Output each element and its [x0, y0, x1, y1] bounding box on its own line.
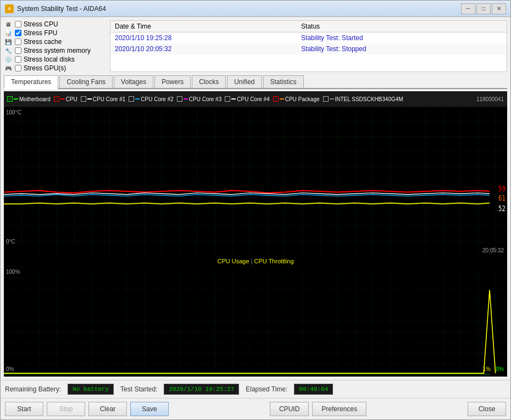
legend-core1-check: [81, 96, 86, 102]
cpu-reading-2: 0%: [496, 366, 504, 372]
stress-cpu-checkbox[interactable]: [15, 21, 21, 27]
legend-ssd-label: INTEL SSDSCKHB340G4M: [335, 96, 403, 102]
legend-core4-color: [231, 98, 236, 100]
cpu-y-min: 0%: [6, 366, 14, 372]
test-started-label: Test Started:: [120, 385, 157, 393]
legend-core3-label: CPU Core #3: [189, 96, 221, 102]
legend-core3: CPU Core #3: [177, 96, 221, 102]
chart-legend: ✓ Motherboard ✓ CPU CPU Core #1: [4, 91, 507, 107]
chart-area: ✓ Motherboard ✓ CPU CPU Core #1: [4, 91, 507, 377]
tab-temperatures[interactable]: Temperatures: [4, 75, 58, 89]
stress-cpu-label: Stress CPU: [24, 20, 58, 28]
main-window: A System Stability Test - AIDA64 ─ □ ✕ 🖥…: [0, 0, 511, 420]
cache-icon: 💾: [4, 38, 13, 46]
test-started-value: 2020/1/10 19:25:27: [164, 384, 239, 395]
stress-fpu-checkbox[interactable]: [15, 30, 21, 36]
legend-ssd: INTEL SSDSCKHB340G4M: [323, 96, 403, 102]
stress-cpu-item: 🖥 Stress CPU: [4, 20, 105, 28]
save-button[interactable]: Save: [130, 402, 169, 416]
legend-core2-check: [129, 96, 134, 102]
legend-cpu: ✓ CPU: [54, 96, 77, 102]
stress-gpu-checkbox[interactable]: [15, 65, 21, 71]
close-button[interactable]: Close: [468, 402, 506, 416]
log-col-status: Status: [297, 21, 507, 32]
log-time-2: 2020/1/10 20:05:32: [110, 43, 297, 54]
legend-cpu-check: ✓: [54, 96, 59, 102]
cpuid-button[interactable]: CPUID: [270, 402, 309, 416]
battery-value: No battery: [68, 384, 114, 395]
legend-core2: CPU Core #2: [129, 96, 173, 102]
stress-gpu-item: 🎮 Stress GPU(s): [4, 64, 105, 72]
status-bar: Remaining Battery: No battery Test Start…: [1, 380, 510, 398]
stop-button[interactable]: Stop: [47, 402, 85, 416]
memory-icon: 🔧: [4, 47, 13, 54]
cpu-throttle-title: CPU Throttling: [254, 258, 294, 264]
tab-clocks[interactable]: Clocks: [192, 75, 226, 88]
tab-statistics[interactable]: Statistics: [263, 75, 304, 88]
log-col-time: Date & Time: [110, 21, 297, 32]
x-axis-time: 20:05:32: [482, 247, 504, 253]
log-status-1: Stability Test: Started: [297, 32, 507, 44]
button-bar: Start Stop Clear Save CPUID Preferences …: [1, 398, 510, 419]
battery-label: Remaining Battery:: [5, 385, 61, 393]
elapsed-value: 00:40:04: [294, 384, 333, 395]
top-section: 🖥 Stress CPU 📊 Stress FPU 💾 Stress cache…: [4, 20, 507, 72]
elapsed-label: Elapsed Time:: [246, 385, 287, 393]
stress-memory-item: 🔧 Stress system memory: [4, 47, 105, 54]
legend-cpu-label: CPU: [66, 96, 77, 102]
stress-disks-checkbox[interactable]: [15, 56, 21, 63]
maximize-button[interactable]: □: [476, 3, 491, 14]
tab-unified[interactable]: Unified: [227, 75, 262, 88]
log-time-1: 2020/1/10 19:25:28: [110, 32, 297, 44]
legend-package-label: CPU Package: [285, 96, 320, 102]
legend-core4-label: CPU Core #4: [237, 96, 269, 102]
y-axis-min: 0°C: [6, 239, 15, 245]
legend-core1-color: [87, 98, 92, 100]
cpu-reading-1: 1%: [483, 366, 491, 372]
legend-ssd-color: [330, 98, 334, 100]
legend-cpu-color: [60, 98, 65, 100]
stress-disks-label: Stress local disks: [24, 56, 75, 63]
stress-gpu-label: Stress GPU(s): [24, 64, 66, 72]
tab-powers[interactable]: Powers: [154, 75, 191, 88]
cpu-icon: 🖥: [4, 20, 13, 28]
legend-package-color: [280, 98, 284, 100]
window-title: System Stability Test - AIDA64: [17, 5, 461, 13]
clear-button[interactable]: Clear: [88, 402, 127, 416]
stress-fpu-label: Stress FPU: [24, 29, 57, 37]
stress-cache-item: 💾 Stress cache: [4, 38, 105, 46]
cpu-usage-chart: CPU Usage | CPU Throttling: [4, 256, 507, 377]
legend-motherboard-label: Motherboard: [19, 96, 51, 102]
stress-fpu-item: 📊 Stress FPU: [4, 29, 105, 37]
minimize-button[interactable]: ─: [461, 3, 475, 14]
cpu-y-max: 100%: [6, 269, 20, 275]
legend-core2-label: CPU Core #2: [141, 96, 173, 102]
legend-package: ✓ CPU Package: [273, 96, 320, 102]
temp-chart-svg: 59 61 52: [4, 107, 507, 256]
legend-motherboard-color: [14, 98, 18, 100]
legend-core1-label: CPU Core #1: [93, 96, 125, 102]
temp-chart: ✓ Motherboard ✓ CPU CPU Core #1: [4, 91, 507, 256]
title-bar: A System Stability Test - AIDA64 ─ □ ✕: [1, 1, 510, 17]
close-window-button[interactable]: ✕: [492, 3, 506, 14]
stress-cache-checkbox[interactable]: [15, 38, 21, 45]
gpu-icon: 🎮: [4, 64, 13, 72]
legend-core1: CPU Core #1: [81, 96, 125, 102]
stress-disks-item: 💿 Stress local disks: [4, 56, 105, 63]
log-row-2: 2020/1/10 20:05:32 Stability Test: Stopp…: [110, 43, 507, 54]
svg-text:59: 59: [498, 184, 506, 193]
legend-core4-check: [225, 96, 230, 102]
preferences-button[interactable]: Preferences: [312, 402, 366, 416]
legend-package-check: ✓: [273, 96, 279, 102]
legend-motherboard: ✓ Motherboard: [7, 96, 51, 102]
legend-core3-check: [177, 96, 182, 102]
y-axis-max: 100°C: [6, 109, 21, 115]
log-table: Date & Time Status 2020/1/10 19:25:28 St…: [110, 20, 507, 72]
legend-motherboard-check: ✓: [7, 96, 13, 102]
tab-voltages[interactable]: Voltages: [114, 75, 153, 88]
stress-memory-checkbox[interactable]: [15, 47, 21, 54]
stress-cache-label: Stress cache: [24, 38, 62, 46]
start-button[interactable]: Start: [5, 402, 43, 416]
window-controls: ─ □ ✕: [461, 3, 506, 14]
tab-cooling-fans[interactable]: Cooling Fans: [59, 75, 113, 88]
